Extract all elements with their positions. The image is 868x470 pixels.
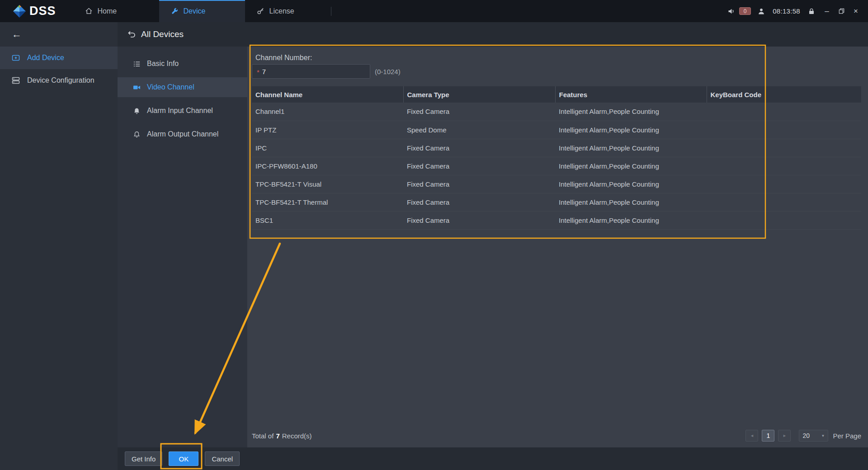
channel-number-row: * (0-1024): [252, 64, 401, 79]
table-cell: TPC-BF5421-T Visual: [252, 175, 403, 193]
add-device-icon: [12, 54, 20, 62]
submenu-item-video-channel[interactable]: Video Channel: [118, 77, 247, 97]
tab-separator: [331, 7, 331, 16]
tab-license[interactable]: License: [245, 0, 331, 22]
device-submenu: Basic Info Video Channel Alarm Input Cha…: [118, 47, 247, 447]
channel-table-body: Channel1Fixed CameraIntelligent Alarm,Pe…: [252, 103, 861, 229]
footer-bar: Get Info OK Cancel: [118, 447, 868, 470]
table-cell: TPC-BF5421-T Thermal: [252, 193, 403, 211]
table-cell: [707, 157, 861, 175]
table-row[interactable]: TPC-BF5421-T ThermalFixed CameraIntellig…: [252, 193, 861, 211]
pagination-row: Total of 7 Record(s) ◄ 1 ► 20 ▼ Per Page: [252, 429, 861, 442]
table-row[interactable]: TPC-BF5421-T VisualFixed CameraIntellige…: [252, 175, 861, 193]
submenu-item-label: Alarm Output Channel: [147, 130, 218, 138]
current-page[interactable]: 1: [762, 430, 774, 442]
table-row[interactable]: Channel1Fixed CameraIntelligent Alarm,Pe…: [252, 103, 861, 121]
notification-badge[interactable]: 0: [739, 7, 751, 15]
topbar-right: 0 08:13:58 –: [725, 5, 862, 17]
channel-number-input[interactable]: [262, 68, 362, 75]
sidebar-item-add-device[interactable]: Add Device: [0, 47, 118, 69]
next-page-button[interactable]: ►: [778, 430, 791, 442]
col-header-keyboard-code: KeyBoard Code: [707, 86, 861, 103]
dss-logo-icon: [13, 5, 26, 18]
table-row[interactable]: BSC1Fixed CameraIntelligent Alarm,People…: [252, 211, 861, 229]
table-cell: [707, 121, 861, 139]
table-cell: [707, 103, 861, 121]
submenu-item-alarm-output-channel[interactable]: Alarm Output Channel: [118, 124, 247, 144]
table-cell: Fixed Camera: [403, 157, 555, 175]
close-button[interactable]: ×: [850, 5, 862, 17]
table-row[interactable]: IPC-PFW8601-A180Fixed CameraIntelligent …: [252, 157, 861, 175]
table-cell: IPC: [252, 139, 403, 157]
tab-label: Home: [98, 7, 117, 15]
table-cell: Intelligent Alarm,People Counting: [555, 121, 707, 139]
list-icon: [133, 60, 141, 68]
device-config-icon: [12, 76, 20, 85]
prev-page-button[interactable]: ◄: [745, 430, 758, 442]
main-tabs: Home Device License: [73, 0, 331, 22]
cancel-button[interactable]: Cancel: [205, 451, 240, 466]
user-icon[interactable]: [758, 8, 765, 15]
table-cell: BSC1: [252, 211, 403, 229]
lock-icon[interactable]: [808, 8, 815, 15]
video-camera-icon: [133, 84, 141, 91]
table-cell: Intelligent Alarm,People Counting: [555, 211, 707, 229]
submenu-item-label: Video Channel: [147, 83, 194, 91]
table-cell: Intelligent Alarm,People Counting: [555, 103, 707, 121]
table-cell: Fixed Camera: [403, 139, 555, 157]
table-cell: Fixed Camera: [403, 193, 555, 211]
home-icon: [85, 7, 93, 15]
total-prefix: Total of: [252, 432, 274, 440]
table-cell: IPC-PFW8601-A180: [252, 157, 403, 175]
back-icon[interactable]: ←: [12, 28, 22, 40]
table-cell: [707, 139, 861, 157]
tab-home[interactable]: Home: [73, 0, 159, 22]
bell-icon: [133, 107, 141, 115]
topbar: DSS Home Device: [0, 0, 868, 22]
return-icon[interactable]: [127, 30, 136, 38]
app-logo: DSS: [13, 4, 56, 18]
table-cell: Fixed Camera: [403, 175, 555, 193]
table-cell: [707, 193, 861, 211]
table-cell: Fixed Camera: [403, 103, 555, 121]
table-cell: Intelligent Alarm,People Counting: [555, 157, 707, 175]
table-row[interactable]: IP PTZSpeed DomeIntelligent Alarm,People…: [252, 121, 861, 139]
channel-number-field-wrap: *: [252, 64, 370, 79]
per-page-value: 20: [802, 432, 810, 439]
submenu-item-label: Basic Info: [147, 60, 179, 68]
wrench-icon: [171, 7, 179, 15]
table-row[interactable]: IPCFixed CameraIntelligent Alarm,People …: [252, 139, 861, 157]
get-info-button[interactable]: Get Info: [125, 451, 162, 466]
speaker-icon[interactable]: [728, 8, 736, 15]
channel-table: Channel Name Camera Type Features KeyBoa…: [252, 86, 861, 230]
table-cell: Channel1: [252, 103, 403, 121]
table-cell: Fixed Camera: [403, 211, 555, 229]
ok-button[interactable]: OK: [169, 451, 198, 466]
total-suffix: Record(s): [282, 432, 312, 440]
per-page-label: Per Page: [833, 432, 861, 440]
per-page-select[interactable]: 20 ▼: [799, 430, 828, 442]
pagination-controls: ◄ 1 ► 20 ▼ Per Page: [742, 430, 861, 442]
col-header-features: Features: [555, 86, 707, 103]
minimize-button[interactable]: –: [821, 5, 833, 17]
table-cell: [707, 175, 861, 193]
submenu-item-basic-info[interactable]: Basic Info: [118, 54, 247, 74]
submenu-item-alarm-input-channel[interactable]: Alarm Input Channel: [118, 101, 247, 121]
page-titlebar: All Devices: [118, 22, 868, 47]
tab-label: Device: [184, 7, 206, 15]
table-cell: Intelligent Alarm,People Counting: [555, 193, 707, 211]
channel-table-wrap: Channel Name Camera Type Features KeyBoa…: [252, 86, 861, 230]
tab-device[interactable]: Device: [159, 0, 245, 22]
sidebar: ← Add Device Device Configuration: [0, 22, 118, 470]
submenu-item-label: Alarm Input Channel: [147, 107, 213, 115]
page-title: All Devices: [141, 29, 184, 39]
table-cell: IP PTZ: [252, 121, 403, 139]
sidebar-item-device-configuration[interactable]: Device Configuration: [0, 69, 118, 92]
channel-number-label: Channel Number:: [255, 54, 312, 62]
total-count: 7: [276, 432, 279, 440]
table-header-row: Channel Name Camera Type Features KeyBoa…: [252, 86, 861, 103]
sidebar-item-label: Add Device: [27, 54, 64, 62]
restore-button[interactable]: [835, 5, 847, 17]
tab-label: License: [269, 7, 294, 15]
video-channel-panel: Channel Number: * (0-1024) Channel Name …: [247, 47, 868, 447]
